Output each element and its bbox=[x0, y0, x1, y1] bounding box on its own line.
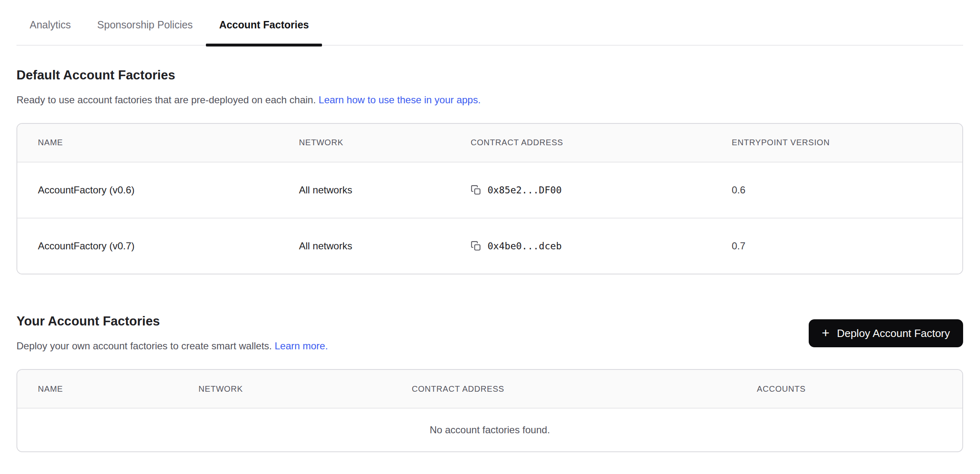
your-account-factories-section: Your Account Factories Deploy your own a… bbox=[16, 314, 963, 452]
factory-network: All networks bbox=[299, 184, 471, 196]
tab-sponsorship-policies-label: Sponsorship Policies bbox=[97, 19, 193, 30]
column-header-entrypoint-version: ENTRYPOINT VERSION bbox=[732, 138, 942, 147]
factory-name: AccountFactory (v0.6) bbox=[38, 184, 299, 196]
your-factories-table: NAME NETWORK CONTRACT ADDRESS ACCOUNTS N… bbox=[16, 369, 963, 452]
column-header-network: NETWORK bbox=[299, 138, 471, 147]
tab-account-factories-label: Account Factories bbox=[219, 19, 309, 30]
tab-analytics-label: Analytics bbox=[30, 19, 71, 30]
account-factories-page: Analytics Sponsorship Policies Account F… bbox=[0, 0, 980, 452]
active-tab-underline bbox=[206, 44, 322, 46]
column-header-contract-address: CONTRACT ADDRESS bbox=[471, 138, 732, 147]
factory-name: AccountFactory (v0.7) bbox=[38, 240, 299, 252]
your-table-header-row: NAME NETWORK CONTRACT ADDRESS ACCOUNTS bbox=[17, 370, 962, 408]
entrypoint-version-value: 0.6 bbox=[732, 184, 942, 196]
copy-icon[interactable] bbox=[471, 241, 481, 251]
tab-sponsorship-policies[interactable]: Sponsorship Policies bbox=[84, 18, 206, 45]
your-section-title: Your Account Factories bbox=[16, 314, 328, 329]
empty-state-row: No account factories found. bbox=[17, 408, 962, 451]
your-section-description: Deploy your own account factories to cre… bbox=[16, 339, 328, 353]
default-section-title: Default Account Factories bbox=[16, 68, 963, 83]
factory-network: All networks bbox=[299, 240, 471, 252]
contract-address-value: 0x4be0...dceb bbox=[488, 241, 562, 251]
copy-icon[interactable] bbox=[471, 185, 481, 195]
your-section-description-text: Deploy your own account factories to cre… bbox=[16, 340, 272, 351]
column-header-name: NAME bbox=[38, 384, 198, 394]
deploy-button-label: Deploy Account Factory bbox=[837, 327, 950, 340]
column-header-contract-address: CONTRACT ADDRESS bbox=[412, 384, 757, 394]
column-header-accounts: ACCOUNTS bbox=[757, 384, 942, 394]
factory-contract-address: 0x85e2...DF00 bbox=[471, 185, 732, 195]
table-row-factory-v06: AccountFactory (v0.6) All networks 0x85e… bbox=[17, 162, 962, 218]
tab-analytics[interactable]: Analytics bbox=[16, 18, 84, 45]
contract-address-value: 0x85e2...DF00 bbox=[488, 185, 562, 195]
default-account-factories-section: Default Account Factories Ready to use a… bbox=[16, 68, 963, 274]
learn-more-link[interactable]: Learn more. bbox=[275, 340, 328, 351]
empty-state-text: No account factories found. bbox=[429, 424, 550, 436]
your-section-header: Your Account Factories Deploy your own a… bbox=[16, 314, 963, 353]
entrypoint-version-value: 0.7 bbox=[732, 240, 942, 252]
column-header-name: NAME bbox=[38, 138, 299, 147]
deploy-account-factory-button[interactable]: + Deploy Account Factory bbox=[809, 319, 963, 347]
default-section-description-text: Ready to use account factories that are … bbox=[16, 94, 316, 105]
factory-contract-address: 0x4be0...dceb bbox=[471, 241, 732, 251]
tab-bar: Analytics Sponsorship Policies Account F… bbox=[16, 0, 963, 46]
default-factories-table: NAME NETWORK CONTRACT ADDRESS ENTRYPOINT… bbox=[16, 123, 963, 274]
default-table-header-row: NAME NETWORK CONTRACT ADDRESS ENTRYPOINT… bbox=[17, 124, 962, 162]
tab-account-factories[interactable]: Account Factories bbox=[206, 18, 322, 45]
plus-icon: + bbox=[822, 326, 830, 339]
your-section-titles: Your Account Factories Deploy your own a… bbox=[16, 314, 328, 353]
default-section-description: Ready to use account factories that are … bbox=[16, 93, 963, 107]
column-header-network: NETWORK bbox=[198, 384, 412, 394]
table-row-factory-v07: AccountFactory (v0.7) All networks 0x4be… bbox=[17, 218, 962, 274]
learn-how-link[interactable]: Learn how to use these in your apps. bbox=[319, 94, 481, 105]
